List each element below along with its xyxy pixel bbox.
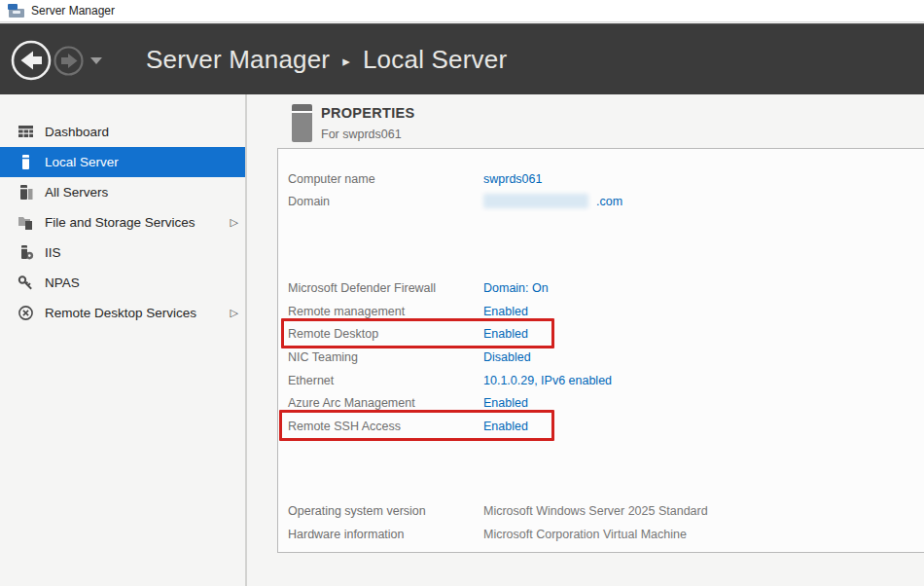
breadcrumb: Server Manager ▸ Local Server xyxy=(146,24,507,95)
forward-button[interactable] xyxy=(53,45,85,77)
property-label: Microsoft Defender Firewall xyxy=(288,281,483,299)
back-button[interactable] xyxy=(10,39,53,82)
property-row-ethernet: Ethernet 10.1.0.29, IPv6 enabled xyxy=(288,374,612,391)
properties-title: PROPERTIES xyxy=(321,105,414,121)
window-titlebar: Server Manager xyxy=(0,0,924,22)
navigation-bar: Server Manager ▸ Local Server xyxy=(0,23,924,94)
nic-teaming-link[interactable]: Disabled xyxy=(483,350,531,368)
dashboard-icon xyxy=(18,124,34,140)
npas-key-icon xyxy=(18,275,34,291)
iis-icon xyxy=(18,244,34,261)
property-label: Computer name xyxy=(288,172,483,190)
property-row-defender-firewall: Microsoft Defender Firewall Domain: On xyxy=(288,281,549,299)
property-row-nic-teaming: NIC Teaming Disabled xyxy=(288,350,531,368)
nav-history-chevron-down-icon[interactable] xyxy=(90,57,102,64)
property-label: Azure Arc Management xyxy=(288,396,483,414)
property-label: Domain xyxy=(288,195,483,212)
forward-arrow-icon xyxy=(61,54,78,68)
breadcrumb-separator-icon: ▸ xyxy=(342,53,350,70)
property-row-domain: Domain .com xyxy=(288,195,622,212)
server-manager-logo-icon xyxy=(8,4,24,18)
sidebar-item-label: File and Storage Services xyxy=(45,215,195,230)
property-row-remote-desktop: Remote Desktop Enabled xyxy=(288,327,528,345)
breadcrumb-server-manager[interactable]: Server Manager xyxy=(146,45,330,75)
breadcrumb-local-server[interactable]: Local Server xyxy=(363,45,507,75)
property-label: Ethernet xyxy=(288,374,483,391)
sidebar-item-label: IIS xyxy=(45,245,61,260)
remote-management-link[interactable]: Enabled xyxy=(483,305,528,322)
sidebar-item-iis[interactable]: IIS xyxy=(0,238,245,268)
expand-chevron-right-icon[interactable]: ▷ xyxy=(231,216,240,229)
properties-subtitle: For swprds061 xyxy=(321,128,402,141)
redacted-domain-value xyxy=(483,194,588,208)
sidebar-item-npas[interactable]: NPAS xyxy=(0,268,245,298)
all-servers-icon xyxy=(18,184,34,201)
sidebar-item-label: All Servers xyxy=(45,185,108,200)
os-version-value: Microsoft Windows Server 2025 Standard xyxy=(483,504,708,522)
property-row-os-version: Operating system version Microsoft Windo… xyxy=(288,504,708,522)
property-row-azure-arc: Azure Arc Management Enabled xyxy=(288,396,528,414)
hardware-info-value: Microsoft Corporation Virtual Machine xyxy=(483,528,687,545)
property-label: Hardware information xyxy=(288,528,483,545)
sidebar-nav: Dashboard Local Server All Servers File … xyxy=(0,94,247,586)
sidebar-item-dashboard[interactable]: Dashboard xyxy=(0,117,245,147)
local-server-icon xyxy=(18,154,34,170)
property-label: NIC Teaming xyxy=(288,350,483,368)
window-title: Server Manager xyxy=(31,4,115,18)
property-row-remote-ssh: Remote SSH Access Enabled xyxy=(288,420,528,437)
remote-ssh-link[interactable]: Enabled xyxy=(483,420,528,437)
azure-arc-link[interactable]: Enabled xyxy=(483,396,528,414)
file-storage-icon xyxy=(18,214,34,231)
sidebar-item-label: Dashboard xyxy=(45,125,109,139)
server-manager-window: Server Manager Server Manager ▸ Local Se… xyxy=(0,0,924,586)
property-label: Remote SSH Access xyxy=(288,420,483,437)
defender-firewall-link[interactable]: Domain: On xyxy=(483,281,549,299)
domain-link[interactable]: .com xyxy=(483,195,622,212)
sidebar-item-label: NPAS xyxy=(45,275,80,290)
property-row-computer-name: Computer name swprds061 xyxy=(288,172,542,190)
sidebar-item-label: Remote Desktop Services xyxy=(45,306,196,320)
property-label: Remote management xyxy=(288,305,483,322)
property-row-hardware-info: Hardware information Microsoft Corporati… xyxy=(288,528,687,545)
sidebar-item-file-storage-services[interactable]: File and Storage Services ▷ xyxy=(0,207,245,238)
remote-desktop-icon xyxy=(18,305,34,321)
sidebar-item-all-servers[interactable]: All Servers xyxy=(0,177,245,207)
server-properties-icon xyxy=(292,104,312,142)
computer-name-link[interactable]: swprds061 xyxy=(483,172,542,190)
back-arrow-icon xyxy=(21,52,43,70)
sidebar-item-local-server[interactable]: Local Server xyxy=(0,147,245,177)
expand-chevron-right-icon[interactable]: ▷ xyxy=(231,307,240,319)
property-label: Remote Desktop xyxy=(288,327,483,345)
property-row-remote-management: Remote management Enabled xyxy=(288,305,528,322)
property-label: Operating system version xyxy=(288,504,483,522)
sidebar-item-label: Local Server xyxy=(45,155,119,169)
sidebar-item-remote-desktop-services[interactable]: Remote Desktop Services ▷ xyxy=(0,298,245,328)
remote-desktop-link[interactable]: Enabled xyxy=(483,327,528,345)
ethernet-link[interactable]: 10.1.0.29, IPv6 enabled xyxy=(483,374,612,391)
